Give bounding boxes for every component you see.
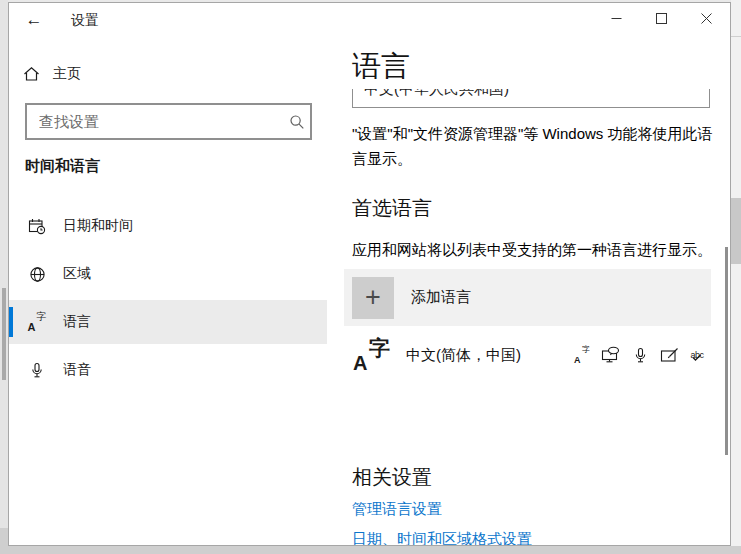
display-language-icon: A字 [572, 345, 592, 365]
background-block [731, 198, 741, 264]
speech-recognition-icon [630, 345, 650, 365]
minimize-icon [611, 13, 622, 24]
sidebar-item-speech[interactable]: 语音 [9, 348, 327, 392]
sidebar-item-home[interactable]: 主页 [23, 59, 323, 89]
admin-language-settings-link[interactable]: 管理语言设置 [352, 500, 442, 519]
search-icon[interactable] [284, 114, 310, 130]
language-icon: A字 [27, 314, 47, 331]
globe-icon [27, 266, 47, 283]
home-label: 主页 [53, 65, 81, 83]
display-language-dropdown[interactable]: 中文(中华人民共和国) [352, 89, 710, 108]
language-list-item[interactable]: A字 中文(简体，中国) A字 [344, 331, 711, 379]
window-title: 设置 [71, 12, 99, 30]
sidebar-item-label: 日期和时间 [63, 217, 133, 235]
maximize-icon [656, 13, 667, 24]
microphone-icon [27, 362, 47, 379]
date-time-region-format-link[interactable]: 日期、时间和区域格式设置 [352, 530, 532, 546]
back-arrow-icon: ← [26, 10, 43, 30]
background-right-strip [731, 0, 741, 554]
language-name: 中文(简体，中国) [406, 346, 572, 365]
sidebar-section-header: 时间和语言 [25, 157, 100, 176]
preferred-languages-title: 首选语言 [352, 195, 432, 222]
page-title: 语言 [352, 47, 410, 87]
minimize-button[interactable] [594, 3, 639, 34]
sidebar-item-label: 语言 [63, 313, 91, 331]
back-button[interactable]: ← [19, 7, 49, 33]
background-scrollbar-fragment [2, 288, 6, 380]
related-settings-title: 相关设置 [352, 464, 432, 491]
background-line [731, 36, 741, 37]
preferred-languages-description: 应用和网站将以列表中受支持的第一种语言进行显示。 [352, 241, 722, 260]
maximize-button[interactable] [639, 3, 684, 34]
background-bottom-strip [0, 546, 741, 554]
calendar-clock-icon [27, 218, 47, 235]
sidebar-item-region[interactable]: 区域 [9, 252, 327, 296]
search-box [25, 103, 312, 140]
add-language-button[interactable]: + 添加语言 [344, 269, 711, 326]
language-capabilities: A字 ab [572, 345, 706, 365]
background-left-strip [0, 0, 8, 554]
handwriting-icon [659, 345, 679, 365]
sidebar-item-label: 区域 [63, 265, 91, 283]
basic-typing-icon: abc [688, 345, 706, 365]
display-language-description: "设置"和"文件资源管理器"等 Windows 功能将使用此语言显示。 [352, 121, 716, 171]
home-icon [23, 66, 40, 82]
settings-window: ← 设置 主页 时间和语言 日期和时间 [8, 2, 731, 546]
close-icon [701, 13, 712, 24]
add-language-label: 添加语言 [411, 288, 471, 307]
close-button[interactable] [684, 3, 729, 34]
text-to-speech-icon [601, 345, 621, 365]
language-big-icon: A字 [353, 337, 390, 373]
search-input[interactable] [27, 113, 284, 130]
display-language-value: 中文(中华人民共和国) [353, 89, 709, 99]
sidebar-item-date-time[interactable]: 日期和时间 [9, 204, 327, 248]
plus-icon: + [352, 277, 394, 319]
vertical-scrollbar[interactable] [725, 247, 728, 455]
sidebar-item-label: 语音 [63, 361, 91, 379]
sidebar-item-language[interactable]: A字 语言 [9, 300, 327, 344]
